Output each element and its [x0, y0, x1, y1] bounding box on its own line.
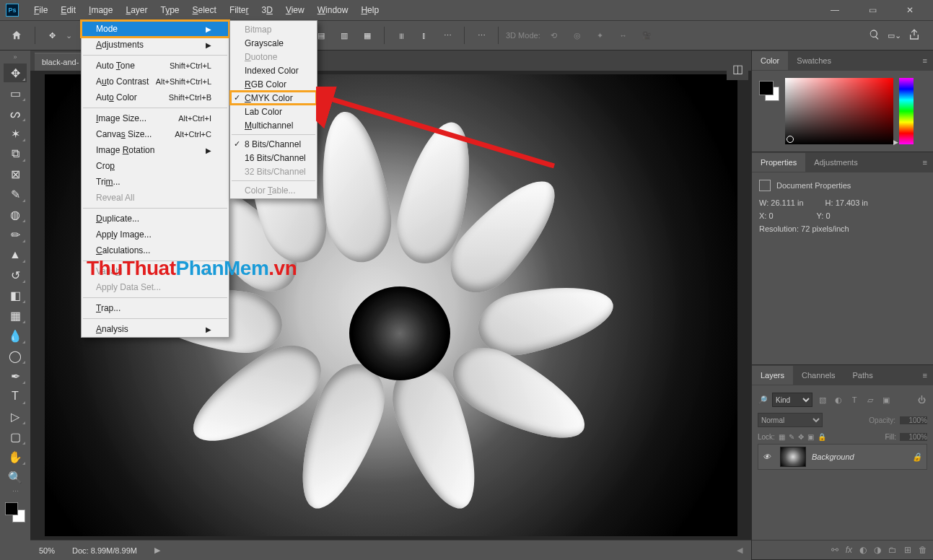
filter-adjust-icon[interactable]: ◐	[833, 394, 844, 406]
zoom-level[interactable]: 50%	[39, 546, 55, 555]
filter-toggle-icon[interactable]: ⏻	[916, 394, 927, 406]
type-tool[interactable]: T	[4, 387, 27, 406]
history-brush-tool[interactable]: ↺	[4, 266, 27, 284]
link-layers-icon[interactable]: ⚯	[831, 545, 838, 555]
doc-size[interactable]: Doc: 8.99M/8.99M	[72, 546, 137, 555]
tool-preset-dropdown[interactable]: ⌄	[66, 31, 72, 40]
visibility-icon[interactable]: 👁	[763, 452, 774, 461]
menu-edit[interactable]: Edit	[54, 0, 82, 20]
menu-select[interactable]: Select	[186, 0, 223, 20]
menu-item-auto-tone[interactable]: Auto ToneShift+Ctrl+L	[82, 58, 229, 74]
layer-row-background[interactable]: 👁 Background 🔒	[758, 444, 927, 470]
align-right-icon[interactable]: ▦	[358, 26, 377, 45]
panel-menu-icon[interactable]: ≡	[917, 56, 933, 65]
distribute-v-icon[interactable]: ⫿	[415, 26, 434, 45]
pen-tool[interactable]: ✒	[4, 367, 27, 385]
opacity-value[interactable]: 100%	[900, 416, 927, 424]
menu-layer[interactable]: Layer	[119, 0, 154, 20]
edit-toolbar-icon[interactable]: ⋯	[1, 488, 30, 496]
menu-file[interactable]: File	[27, 0, 54, 20]
lasso-tool[interactable]: ᔕ	[4, 104, 27, 123]
hand-tool[interactable]: ✋	[4, 447, 27, 466]
gradient-tool[interactable]: ▦	[4, 306, 27, 325]
eraser-tool[interactable]: ◧	[4, 286, 27, 305]
mode-8bit[interactable]: ✓8 Bits/Channel	[230, 137, 317, 151]
slide-icon[interactable]: ↔	[614, 26, 633, 45]
blur-tool[interactable]: 💧	[4, 326, 27, 345]
mode-grayscale[interactable]: Grayscale	[230, 36, 317, 50]
menu-item-analysis[interactable]: Analysis▶	[82, 321, 229, 337]
panel-menu-icon[interactable]: ≡	[917, 158, 933, 167]
mode-indexed[interactable]: Indexed Color	[230, 64, 317, 77]
layer-mask-icon[interactable]: ◐	[859, 545, 867, 555]
menu-item-adjustments[interactable]: Adjustments▶	[82, 37, 229, 53]
color-swatches[interactable]	[5, 502, 25, 522]
tab-adjustments[interactable]: Adjustments	[805, 153, 867, 172]
menu-window[interactable]: Window	[311, 0, 355, 20]
filter-type-icon[interactable]: T	[849, 394, 860, 406]
expand-toolbar-icon[interactable]: »	[1, 53, 30, 62]
menu-item-image-rotation[interactable]: Image Rotation▶	[82, 142, 229, 158]
pan-icon[interactable]: ✦	[591, 26, 610, 45]
frame-tool[interactable]: ⊠	[4, 165, 27, 183]
marquee-tool[interactable]: ▭	[4, 84, 27, 102]
tab-swatches[interactable]: Swatches	[788, 51, 840, 70]
camera-icon[interactable]: 🎥	[637, 26, 656, 45]
tab-channels[interactable]: Channels	[793, 366, 844, 385]
orbit-icon[interactable]: ⟲	[545, 26, 564, 45]
align-center-icon[interactable]: ▥	[335, 26, 354, 45]
move-tool-icon[interactable]: ✥	[43, 26, 61, 45]
menu-item-auto-contrast[interactable]: Auto ContrastAlt+Shift+Ctrl+L	[82, 74, 229, 89]
filter-smart-icon[interactable]: ▣	[880, 394, 892, 406]
workspace-icon[interactable]: ▭⌄	[888, 31, 901, 40]
menu-view[interactable]: View	[279, 0, 311, 20]
menu-type[interactable]: Type	[154, 0, 185, 20]
window-close-icon[interactable]: ✕	[898, 5, 921, 15]
share-icon[interactable]	[908, 29, 920, 42]
menu-item-trap[interactable]: Trap...	[82, 300, 229, 316]
more-icon[interactable]: ⋯	[472, 26, 491, 45]
dodge-tool[interactable]: ◯	[4, 346, 27, 365]
mode-cmyk[interactable]: ✓CMYK Color	[230, 91, 317, 105]
kind-filter-dropdown[interactable]: Kind	[772, 393, 812, 407]
lock-all-icon[interactable]: 🔒	[818, 433, 826, 441]
new-group-icon[interactable]: 🗀	[888, 545, 897, 555]
brush-tool[interactable]: ✏	[4, 225, 27, 244]
layer-fx-icon[interactable]: fx	[846, 545, 852, 555]
crop-tool[interactable]: ⧉	[4, 144, 27, 163]
menu-item-trim[interactable]: Trim...	[82, 174, 229, 190]
magic-wand-tool[interactable]: ✶	[4, 124, 27, 143]
menu-item-image-size[interactable]: Image Size...Alt+Ctrl+I	[82, 110, 229, 126]
menu-item-auto-color[interactable]: Auto ColorShift+Ctrl+B	[82, 89, 229, 105]
mode-lab[interactable]: Lab Color	[230, 105, 317, 118]
window-minimize-icon[interactable]: —	[823, 5, 846, 15]
window-restore-icon[interactable]: ▭	[861, 5, 884, 15]
tab-properties[interactable]: Properties	[752, 153, 805, 172]
lock-artboard-icon[interactable]: ▣	[807, 433, 814, 441]
menu-3d[interactable]: 3D	[255, 0, 279, 20]
scroll-left-icon[interactable]: ◀	[737, 546, 743, 555]
path-selection-tool[interactable]: ▷	[4, 407, 27, 426]
menu-item-canvas-size[interactable]: Canvas Size...Alt+Ctrl+C	[82, 126, 229, 142]
menu-image[interactable]: Image	[82, 0, 119, 20]
menu-item-apply-image[interactable]: Apply Image...	[82, 227, 229, 242]
lock-icon[interactable]: 🔒	[912, 452, 922, 462]
zoom-tool[interactable]: 🔍	[4, 468, 27, 486]
mode-rgb[interactable]: RGB Color	[230, 77, 317, 91]
rectangle-tool[interactable]: ▢	[4, 427, 27, 446]
delete-layer-icon[interactable]: 🗑	[919, 545, 927, 555]
document-tab[interactable]: black-and-	[35, 53, 86, 71]
distribute-h-icon[interactable]: ⫼	[392, 26, 411, 45]
clone-stamp-tool[interactable]: ▲	[4, 245, 27, 264]
color-fgbg-swatch[interactable]	[759, 81, 779, 101]
filter-search-icon[interactable]: 🔎	[758, 395, 768, 405]
filter-shape-icon[interactable]: ▱	[864, 394, 876, 406]
mode-multichannel[interactable]: Multichannel	[230, 118, 317, 132]
layer-thumbnail[interactable]	[780, 447, 806, 467]
status-more-icon[interactable]: ▶	[154, 546, 160, 555]
hue-slider[interactable]	[899, 78, 914, 144]
lock-position-icon[interactable]: ✥	[798, 433, 804, 441]
distribute-spacing-icon[interactable]: ⋯	[438, 26, 457, 45]
new-fill-icon[interactable]: ◑	[874, 545, 881, 555]
tab-color[interactable]: Color	[752, 51, 788, 70]
